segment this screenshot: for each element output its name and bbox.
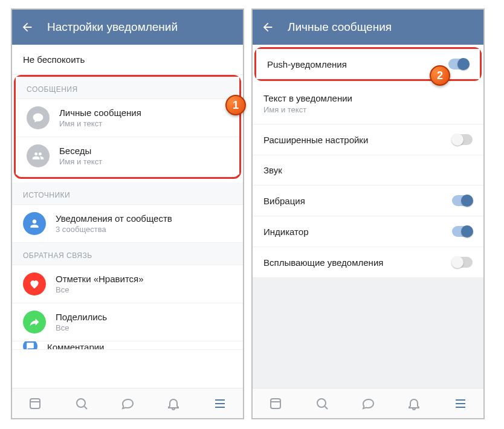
phone-left: Настройки уведомлений Не беспокоить СООБ… — [11, 8, 244, 419]
nav-messages-icon[interactable] — [360, 396, 376, 411]
nav-menu-icon[interactable] — [212, 396, 228, 411]
personal-sub: Имя и текст — [59, 119, 141, 128]
nav-menu-icon[interactable] — [453, 396, 468, 411]
titlebar-left: Настройки уведомлений — [12, 10, 243, 45]
section-feedback: ОБРАТНАЯ СВЯЗЬ — [12, 243, 243, 265]
nav-search-icon[interactable] — [314, 396, 330, 411]
vibration-toggle[interactable] — [452, 195, 473, 206]
section-sources: ИСТОЧНИКИ — [12, 182, 243, 205]
back-icon[interactable] — [21, 21, 34, 34]
comments-title: Комментарии — [47, 342, 104, 350]
push-toggle[interactable] — [448, 59, 469, 69]
indicator-label: Индикатор — [263, 227, 452, 237]
vibration-label: Вибрация — [263, 196, 452, 206]
community-icon — [23, 212, 46, 235]
vibration-row[interactable]: Вибрация — [253, 185, 483, 216]
shares-row[interactable]: Поделились Все — [12, 303, 243, 341]
communities-row[interactable]: Уведомления от сообществ 3 сообщества — [12, 205, 243, 243]
group-icon — [27, 144, 50, 167]
advanced-label: Расширенные настройки — [263, 135, 452, 145]
communities-sub: 3 сообщества — [56, 225, 172, 234]
nav-notifications-icon[interactable] — [166, 396, 181, 411]
content-left: Не беспокоить СООБЩЕНИЯ Личные сообщения… — [12, 45, 243, 388]
personal-title: Личные сообщения — [59, 108, 141, 118]
svg-rect-0 — [30, 399, 40, 408]
text-in-notif-title: Текст в уведомлении — [263, 93, 352, 103]
marker-1: 1 — [225, 95, 246, 115]
nav-search-icon[interactable] — [74, 396, 89, 411]
personal-messages-row[interactable]: Личные сообщения Имя и текст — [16, 99, 239, 137]
chats-sub: Имя и текст — [59, 157, 102, 166]
chat-bubble-icon — [27, 106, 50, 129]
empty-area — [253, 278, 483, 388]
text-in-notif-sub: Имя и текст — [263, 105, 306, 114]
marker-2: 2 — [430, 65, 450, 86]
chats-row[interactable]: Беседы Имя и текст — [16, 137, 239, 175]
comments-row[interactable]: Комментарии — [12, 341, 243, 350]
nav-feed-icon[interactable] — [27, 396, 43, 411]
nav-messages-icon[interactable] — [120, 396, 135, 411]
do-not-disturb-row[interactable]: Не беспокоить — [12, 45, 243, 75]
popup-row[interactable]: Всплывающие уведомления — [253, 247, 483, 278]
content-right: Push-уведомления Текст в уведомлении Имя… — [253, 45, 483, 388]
svg-point-3 — [317, 399, 326, 407]
comment-icon — [23, 341, 37, 350]
nav-notifications-icon[interactable] — [406, 396, 422, 411]
likes-sub: Все — [56, 285, 144, 294]
shares-sub: Все — [56, 323, 107, 332]
advanced-row[interactable]: Расширенные настройки — [253, 124, 483, 155]
title-right: Личные сообщения — [288, 21, 392, 34]
popup-label: Всплывающие уведомления — [263, 257, 452, 268]
popup-toggle[interactable] — [452, 257, 473, 268]
likes-title: Отметки «Нравится» — [56, 274, 144, 284]
shares-title: Поделились — [56, 312, 107, 322]
indicator-toggle[interactable] — [452, 226, 473, 237]
text-in-notif-row[interactable]: Текст в уведомлении Имя и текст — [253, 83, 483, 124]
heart-icon — [23, 273, 46, 295]
sound-label: Звук — [263, 165, 473, 175]
do-not-disturb-label: Не беспокоить — [23, 54, 85, 65]
bottom-nav-left — [12, 388, 243, 418]
likes-row[interactable]: Отметки «Нравится» Все — [12, 265, 243, 303]
communities-title: Уведомления от сообществ — [56, 213, 172, 224]
nav-feed-icon[interactable] — [268, 396, 283, 411]
back-icon[interactable] — [261, 21, 274, 34]
bottom-nav-right — [253, 388, 483, 418]
sound-row[interactable]: Звук — [253, 155, 483, 185]
highlight-messages: СООБЩЕНИЯ Личные сообщения Имя и текст — [14, 75, 241, 179]
title-left: Настройки уведомлений — [47, 21, 178, 34]
svg-rect-2 — [271, 399, 280, 408]
section-messages: СООБЩЕНИЯ — [16, 77, 239, 99]
advanced-toggle[interactable] — [452, 134, 473, 145]
phone-right: Личные сообщения Push-уведомления Текст … — [251, 8, 485, 419]
indicator-row[interactable]: Индикатор — [253, 216, 483, 247]
titlebar-right: Личные сообщения — [253, 10, 483, 45]
share-icon — [23, 311, 46, 334]
push-label: Push-уведомления — [267, 59, 448, 69]
chats-title: Беседы — [59, 146, 102, 156]
svg-point-1 — [77, 399, 85, 407]
